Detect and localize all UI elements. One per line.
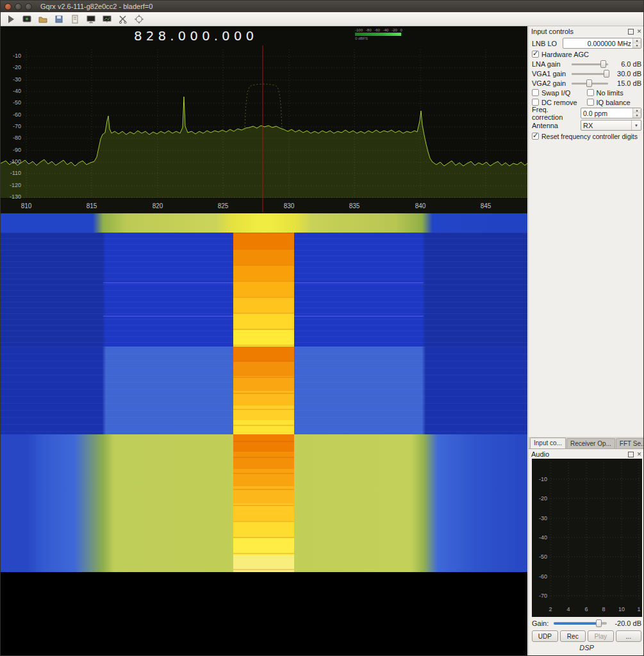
audio-header: Audio [529, 449, 644, 459]
y-tick-label: -50 [4, 99, 21, 106]
lnb-lo-label: LNB LO [532, 40, 563, 47]
dock-close-icon[interactable] [636, 451, 642, 457]
bookmark-icon[interactable] [69, 14, 81, 24]
audio-x-tick: 4 [562, 606, 575, 612]
audio-x-tick: 10 [615, 606, 628, 612]
meter-bar [355, 33, 402, 36]
play-button[interactable]: Play [588, 630, 614, 642]
dsp-status-label: DSP [529, 644, 644, 652]
tools-icon[interactable] [117, 14, 129, 24]
meter-tick: -100 [355, 28, 363, 32]
x-tick-label: 810 [18, 202, 35, 209]
no-limits-label: No limits [597, 89, 623, 97]
rec-button[interactable]: Rec [560, 630, 586, 642]
tab-fft-settings[interactable]: FFT Se... [616, 438, 644, 448]
reset-digits-checkbox[interactable] [532, 133, 539, 140]
y-tick-label: -110 [4, 170, 21, 176]
udp-button[interactable]: UDP [532, 630, 558, 642]
lna-gain-value: 6.0 dB [612, 60, 641, 68]
lnb-lo-row: LNB LO 0.000000 MHz [532, 38, 641, 49]
meter-label: 0 dBFS [355, 37, 402, 40]
audio-y-tick: -70 [533, 593, 547, 599]
audio-y-tick: -50 [533, 554, 547, 560]
spin-up-icon[interactable] [633, 38, 641, 44]
iq-plot-icon[interactable] [101, 14, 113, 24]
dock-close-icon[interactable] [636, 28, 642, 35]
center-frequency-icon[interactable] [133, 14, 145, 24]
audio-dock: Input co... Receiver Op... FFT Se... Aud… [529, 437, 644, 655]
play-icon[interactable] [5, 14, 17, 24]
audio-fft-plot[interactable]: -10 -20 -30 -40 -50 -60 -70 2 4 6 8 10 1 [532, 459, 642, 617]
lna-gain-slider[interactable] [572, 60, 608, 68]
chevron-down-icon [631, 120, 641, 130]
dsp-window-icon[interactable] [85, 14, 97, 24]
meter-tick: -80 [366, 28, 372, 32]
io-config-icon[interactable] [21, 14, 33, 24]
dock-float-icon[interactable] [628, 29, 634, 35]
vga1-gain-value: 30.0 dB [612, 70, 641, 78]
x-tick-label: 820 [149, 202, 166, 209]
y-tick-label: -80 [4, 135, 21, 141]
reset-digits-row: Reset frequency controller digits [532, 132, 641, 140]
meter-tick: -60 [374, 28, 380, 32]
y-tick-label: -130 [4, 193, 21, 200]
frequency-bar: 828.000.000 -100 -80 -60 -40 -20 0 0 dBF… [1, 26, 527, 44]
vga2-gain-label: VGA2 gain [532, 79, 572, 87]
input-controls-header: Input controls [529, 26, 644, 37]
swap-iq-checkbox[interactable] [532, 89, 539, 96]
vga1-gain-slider[interactable] [572, 70, 608, 78]
y-tick-label: -100 [4, 158, 21, 165]
lnb-lo-spinbox[interactable]: 0.000000 MHz [563, 38, 641, 49]
vga2-gain-value: 15.0 dB [612, 79, 641, 87]
y-tick-label: -40 [4, 88, 21, 94]
dock-float-icon[interactable] [628, 452, 634, 457]
toolbar [1, 12, 643, 26]
spin-down-icon[interactable] [633, 113, 641, 119]
maximize-button[interactable] [25, 3, 32, 10]
antenna-row: Antenna RX [532, 120, 641, 131]
antenna-combobox[interactable]: RX [581, 120, 641, 131]
dock-tabbar: Input co... Receiver Op... FFT Se... [529, 437, 644, 449]
minimize-button[interactable] [15, 3, 22, 10]
spin-down-icon[interactable] [633, 44, 641, 49]
audio-gain-value: -20.0 dB [609, 619, 641, 627]
audio-x-tick: 1 [632, 606, 644, 612]
save-file-icon[interactable] [53, 14, 65, 24]
audio-x-tick: 2 [544, 606, 557, 612]
vga2-gain-slider[interactable] [572, 79, 608, 87]
y-tick-label: -70 [4, 123, 21, 129]
no-limits-checkbox[interactable] [587, 89, 594, 96]
lnb-lo-value: 0.000000 MHz [563, 38, 632, 48]
dock-title: Input controls [531, 28, 574, 35]
y-tick-label: -60 [4, 111, 21, 118]
hardware-agc-checkbox[interactable] [532, 51, 539, 58]
iq-row-1: Swap I/Q No limits [532, 88, 641, 97]
close-button[interactable] [4, 3, 12, 10]
audio-gain-slider[interactable] [554, 619, 607, 628]
window-title: Gqrx v2.6-111-g82e0cc2 - bladerf=0 [40, 3, 153, 10]
y-tick-label: -30 [4, 76, 21, 83]
waterfall-band [1, 213, 527, 233]
vga2-gain-row: VGA2 gain 15.0 dB [532, 79, 641, 87]
x-tick-label: 825 [215, 202, 231, 209]
iq-balance-checkbox[interactable] [587, 99, 594, 106]
dc-remove-checkbox[interactable] [532, 99, 539, 106]
waterfall-signal-blocks [233, 233, 294, 572]
spin-up-icon[interactable] [633, 108, 641, 113]
meter-tick: 0 [400, 28, 402, 32]
tab-input-controls[interactable]: Input co... [530, 438, 566, 448]
frequency-display[interactable]: 828.000.000 [134, 28, 258, 44]
titlebar[interactable]: Gqrx v2.6-111-g82e0cc2 - bladerf=0 [1, 1, 643, 12]
more-button[interactable]: ... [616, 630, 642, 642]
audio-x-tick: 6 [580, 606, 593, 612]
audio-fft-canvas [532, 459, 642, 617]
audio-buttons: UDP Rec Play ... [532, 630, 641, 642]
gqrx-window: Gqrx v2.6-111-g82e0cc2 - bladerf=0 828.0… [0, 0, 644, 656]
vga1-gain-row: VGA1 gain 30.0 dB [532, 69, 641, 78]
waterfall[interactable] [1, 213, 527, 572]
tab-receiver-options[interactable]: Receiver Op... [566, 438, 615, 448]
spectrum-plot[interactable]: -10 -20 -30 -40 -50 -60 -70 -80 -90 -100… [1, 44, 527, 213]
meter-tick: -20 [392, 28, 397, 32]
freq-correction-spinbox[interactable]: 0.0 ppm [581, 108, 641, 119]
open-file-icon[interactable] [37, 14, 49, 24]
